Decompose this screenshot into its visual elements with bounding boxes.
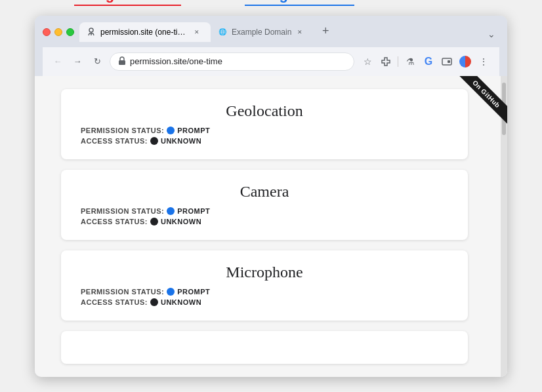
microphone-access-label: ACCESS STATUS: bbox=[81, 298, 148, 306]
svg-point-0 bbox=[89, 28, 93, 32]
camera-card: Camera PERMISSION STATUS: PROMPT ACCESS … bbox=[61, 170, 468, 240]
foreground-underline bbox=[74, 5, 181, 6]
camera-access-dot bbox=[150, 218, 158, 225]
lab-icon[interactable]: ⚗ bbox=[402, 54, 418, 69]
camera-access-value: UNKNOWN bbox=[161, 218, 201, 225]
url-text: permission.site/one-time bbox=[130, 56, 346, 66]
svg-line-4 bbox=[93, 33, 94, 35]
tab-close-permission[interactable]: ✕ bbox=[192, 28, 201, 37]
url-lock-icon bbox=[118, 56, 126, 67]
toolbar-divider bbox=[398, 56, 398, 67]
url-bar[interactable]: permission.site/one-time bbox=[110, 52, 354, 71]
tab-favicon-example: 🌐 bbox=[217, 27, 228, 37]
titlebar-top: permission.site (one-time) ✕ 🌐 Example D… bbox=[43, 22, 499, 42]
background-browser-tab[interactable]: 🌐 Example Domain ✕ bbox=[211, 22, 314, 42]
extension-icon[interactable] bbox=[378, 54, 394, 69]
microphone-permission-row: PERMISSION STATUS: PROMPT bbox=[81, 288, 448, 296]
forward-button[interactable]: → bbox=[70, 54, 85, 69]
microphone-permission-label: PERMISSION STATUS: bbox=[81, 288, 164, 296]
geolocation-access-dot bbox=[150, 137, 158, 145]
geolocation-card: Geolocation PERMISSION STATUS: PROMPT AC… bbox=[61, 89, 468, 159]
github-banner-text: On GitHub bbox=[453, 76, 507, 127]
foreground-browser-tab[interactable]: permission.site (one-time) ✕ bbox=[79, 22, 211, 42]
geolocation-access-value: UNKNOWN bbox=[161, 137, 201, 145]
microphone-access-row: ACCESS STATUS: UNKNOWN bbox=[81, 298, 448, 306]
microphone-access-value: UNKNOWN bbox=[161, 298, 201, 306]
camera-title: Camera bbox=[81, 183, 448, 201]
maximize-button[interactable] bbox=[66, 28, 74, 36]
more-menu-icon[interactable]: ⋮ bbox=[476, 54, 491, 69]
reload-button[interactable]: ↻ bbox=[90, 54, 104, 69]
traffic-lights bbox=[43, 28, 74, 36]
tab-title-permission: permission.site (one-time) bbox=[100, 28, 188, 37]
outer-wrapper: Foreground tab Background tab bbox=[35, 16, 507, 377]
camera-access-row: ACCESS STATUS: UNKNOWN bbox=[81, 218, 448, 225]
camera-permission-row: PERMISSION STATUS: PROMPT bbox=[81, 207, 448, 215]
tab-favicon-permission bbox=[86, 27, 96, 37]
profile-icon[interactable] bbox=[457, 54, 473, 69]
wallet-icon[interactable] bbox=[439, 54, 455, 69]
geolocation-permission-value: PROMPT bbox=[177, 127, 210, 134]
minimize-button[interactable] bbox=[54, 28, 62, 36]
browser-content: On GitHub Geolocation PERMISSION STATUS:… bbox=[35, 76, 507, 377]
browser-titlebar: permission.site (one-time) ✕ 🌐 Example D… bbox=[35, 16, 507, 76]
partial-card bbox=[61, 331, 468, 364]
new-tab-button[interactable]: + bbox=[316, 22, 335, 41]
background-underline bbox=[245, 5, 354, 6]
address-bar: ← → ↻ permission.site/one-time ☆ bbox=[43, 47, 499, 76]
svg-rect-5 bbox=[119, 60, 125, 65]
svg-line-3 bbox=[89, 33, 89, 35]
tabs-row: permission.site (one-time) ✕ 🌐 Example D… bbox=[79, 22, 499, 42]
microphone-access-dot bbox=[150, 298, 158, 306]
foreground-tab-text: Foreground tab bbox=[74, 0, 181, 3]
browser-window: permission.site (one-time) ✕ 🌐 Example D… bbox=[35, 16, 507, 377]
geolocation-access-row: ACCESS STATUS: UNKNOWN bbox=[81, 137, 448, 145]
camera-permission-label: PERMISSION STATUS: bbox=[81, 207, 164, 215]
close-button[interactable] bbox=[43, 28, 51, 36]
microphone-permission-value: PROMPT bbox=[177, 288, 210, 296]
github-banner: On GitHub bbox=[442, 76, 507, 142]
tab-close-example[interactable]: ✕ bbox=[295, 28, 304, 37]
geolocation-permission-label: PERMISSION STATUS: bbox=[81, 127, 164, 134]
content-area: Geolocation PERMISSION STATUS: PROMPT AC… bbox=[35, 76, 507, 377]
toolbar-icons: ☆ ⚗ G bbox=[360, 54, 491, 69]
google-icon[interactable]: G bbox=[421, 54, 436, 69]
microphone-permission-dot bbox=[167, 288, 175, 296]
camera-permission-value: PROMPT bbox=[177, 207, 210, 215]
geolocation-title: Geolocation bbox=[81, 102, 448, 120]
geolocation-access-label: ACCESS STATUS: bbox=[81, 137, 148, 145]
tab-title-example: Example Domain bbox=[232, 28, 291, 37]
foreground-tab-label: Foreground tab bbox=[74, 0, 181, 6]
microphone-card: Microphone PERMISSION STATUS: PROMPT ACC… bbox=[61, 250, 468, 321]
microphone-title: Microphone bbox=[81, 264, 448, 281]
tab-menu-button[interactable]: ⌄ bbox=[484, 26, 499, 42]
camera-permission-dot bbox=[167, 207, 175, 215]
geolocation-permission-row: PERMISSION STATUS: PROMPT bbox=[81, 127, 448, 134]
star-icon[interactable]: ☆ bbox=[360, 54, 375, 69]
back-button[interactable]: ← bbox=[51, 54, 65, 69]
camera-access-label: ACCESS STATUS: bbox=[81, 218, 148, 225]
background-tab-label: Background tab bbox=[245, 0, 354, 6]
svg-rect-7 bbox=[448, 60, 450, 63]
background-tab-text: Background tab bbox=[245, 0, 354, 3]
geolocation-permission-dot bbox=[167, 127, 175, 134]
